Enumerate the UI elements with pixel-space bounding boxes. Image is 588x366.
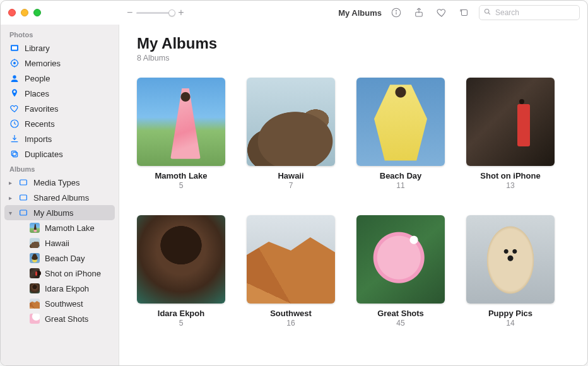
album-cover[interactable]	[247, 78, 335, 166]
page-subtitle: 8 Albums	[137, 54, 570, 62]
sidebar-album-item[interactable]: Shot on iPhone	[1, 266, 119, 281]
sidebar-album-thumb	[30, 314, 40, 324]
info-icon[interactable]	[388, 6, 404, 20]
favorites-icon	[9, 103, 20, 114]
album-card[interactable]: Puppy Pics14	[466, 215, 555, 328]
sidebar-item-label: Imports	[25, 134, 52, 144]
sidebar-item-label: Shared Albums	[33, 193, 89, 203]
sidebar-item-favorites[interactable]: Favorites	[1, 101, 119, 116]
album-card[interactable]: Great Shots45	[356, 215, 445, 328]
zoom-slider-thumb[interactable]	[168, 9, 175, 16]
sidebar-item-label: Library	[25, 44, 50, 53]
album-count: 5	[137, 319, 225, 328]
sidebar-item-places[interactable]: Places	[1, 86, 119, 101]
sidebar-item-people[interactable]: People	[1, 71, 119, 86]
sidebar-item-media-types[interactable]: ▸ Media Types	[1, 175, 119, 190]
album-card[interactable]: Idara Ekpoh5	[137, 215, 225, 328]
album-count: 13	[466, 181, 555, 190]
svg-rect-21	[20, 210, 27, 215]
sidebar-album-label: Hawaii	[45, 239, 69, 248]
album-cover[interactable]	[137, 78, 225, 166]
sidebar-item-library[interactable]: Library	[1, 40, 119, 56]
album-card[interactable]: Mamoth Lake5	[137, 78, 225, 190]
sidebar-item-my-albums[interactable]: ▾ My Albums	[4, 205, 115, 220]
album-card[interactable]: Shot on iPhone13	[466, 78, 555, 190]
svg-point-2	[396, 11, 397, 11]
sidebar-item-memories[interactable]: Memories	[1, 56, 119, 71]
album-card[interactable]: Beach Day11	[356, 78, 445, 190]
duplicates-icon	[9, 149, 20, 159]
sidebar-album-thumb	[30, 268, 40, 278]
sidebar-album-item[interactable]: Great Shots	[1, 311, 119, 326]
sidebar-album-item[interactable]: Southwest	[1, 296, 119, 311]
album-cover[interactable]	[466, 215, 555, 304]
album-card[interactable]: Southwest16	[247, 215, 335, 328]
toolbar: − + My Albums	[1, 1, 587, 25]
app-window: − + My Albums Photos Library Memories	[0, 0, 588, 366]
album-count: 7	[247, 181, 335, 190]
favorite-icon[interactable]	[433, 6, 450, 20]
sidebar-section-photos: Photos	[1, 27, 119, 40]
sidebar-album-thumb	[30, 223, 40, 233]
sidebar-album-label: Idara Ekpoh	[45, 284, 89, 293]
sidebar-album-thumb	[30, 253, 40, 263]
album-name: Beach Day	[356, 171, 445, 180]
thumbnail-zoom-slider[interactable]: − +	[127, 7, 184, 18]
recents-icon	[9, 119, 20, 129]
album-cover[interactable]	[466, 78, 555, 166]
rotate-icon[interactable]	[456, 6, 473, 20]
main-content: My Albums 8 Albums Mamoth Lake5Hawaii7Be…	[119, 25, 587, 365]
sidebar-album-item[interactable]: Idara Ekpoh	[1, 281, 119, 296]
sidebar-album-item[interactable]: Hawaii	[1, 235, 119, 251]
album-cover[interactable]	[247, 215, 335, 304]
search-input[interactable]	[495, 8, 588, 17]
sidebar-item-recents[interactable]: Recents	[1, 116, 119, 131]
sidebar-album-label: Beach Day	[45, 254, 85, 263]
sidebar-item-label: Media Types	[33, 178, 79, 187]
sidebar-album-item[interactable]: Mamoth Lake	[1, 220, 119, 235]
svg-rect-19	[20, 180, 27, 185]
chevron-right-icon[interactable]: ▸	[7, 179, 13, 186]
chevron-right-icon[interactable]: ▸	[7, 194, 13, 201]
album-count: 11	[356, 181, 445, 190]
memories-icon	[9, 58, 20, 68]
album-card[interactable]: Hawaii7	[247, 78, 335, 190]
sidebar-item-label: My Albums	[33, 208, 74, 218]
chevron-down-icon[interactable]: ▾	[7, 210, 13, 216]
album-count: 45	[356, 319, 445, 328]
zoom-slider-track[interactable]	[136, 12, 174, 14]
sidebar-item-label: Places	[25, 89, 49, 98]
svg-rect-8	[11, 46, 17, 50]
shared-albums-icon	[18, 192, 28, 203]
share-icon[interactable]	[411, 6, 427, 20]
sidebar-item-label: Recents	[25, 119, 55, 129]
svg-point-15	[13, 75, 16, 78]
album-cover[interactable]	[356, 78, 445, 166]
sidebar-album-thumb	[30, 283, 40, 293]
my-albums-icon	[18, 208, 28, 218]
album-cover[interactable]	[137, 215, 225, 304]
album-cover[interactable]	[356, 215, 445, 304]
svg-line-6	[488, 13, 490, 15]
zoom-in-icon: +	[178, 7, 184, 18]
sidebar: Photos Library Memories People Places Fa…	[1, 25, 119, 365]
album-name: Puppy Pics	[466, 309, 555, 318]
album-name: Mamoth Lake	[137, 171, 225, 180]
album-count: 5	[137, 181, 225, 190]
sidebar-album-item[interactable]: Beach Day	[1, 251, 119, 266]
toolbar-title: My Albums	[338, 8, 382, 18]
album-name: Southwest	[247, 309, 335, 318]
album-count: 16	[247, 319, 335, 328]
search-field[interactable]	[479, 5, 580, 20]
sidebar-item-label: People	[25, 74, 50, 83]
search-icon	[483, 7, 491, 18]
album-name: Idara Ekpoh	[137, 309, 225, 318]
svg-rect-4	[462, 10, 467, 16]
page-title: My Albums	[137, 35, 570, 52]
sidebar-item-shared-albums[interactable]: ▸ Shared Albums	[1, 190, 119, 205]
sidebar-item-imports[interactable]: Imports	[1, 131, 119, 146]
album-name: Great Shots	[356, 309, 445, 318]
svg-point-5	[485, 9, 489, 13]
sidebar-album-label: Southwest	[45, 299, 83, 309]
sidebar-item-duplicates[interactable]: Duplicates	[1, 146, 119, 162]
